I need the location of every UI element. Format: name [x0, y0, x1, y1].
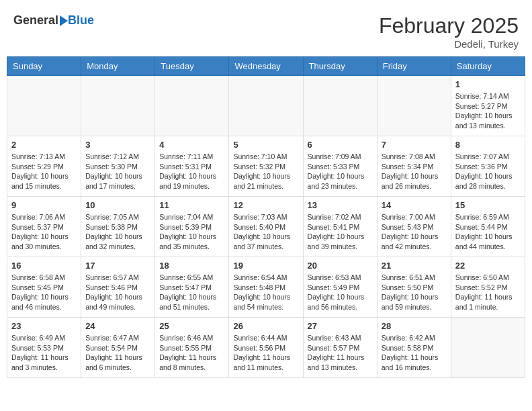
day-number: 14 — [382, 200, 447, 210]
logo-blue: Blue — [68, 13, 94, 28]
day-number: 16 — [11, 261, 77, 271]
calendar-cell — [451, 318, 525, 378]
day-info: Sunrise: 6:59 AM Sunset: 5:44 PM Dayligh… — [455, 212, 521, 252]
calendar-cell: 7Sunrise: 7:08 AM Sunset: 5:34 PM Daylig… — [377, 136, 451, 197]
day-number: 28 — [382, 321, 447, 331]
calendar-week-row: 1Sunrise: 7:14 AM Sunset: 5:27 PM Daylig… — [7, 76, 525, 136]
logo-icon — [58, 14, 68, 28]
calendar-cell: 15Sunrise: 6:59 AM Sunset: 5:44 PM Dayli… — [451, 197, 525, 257]
day-number: 17 — [85, 261, 150, 271]
calendar-week-row: 9Sunrise: 7:06 AM Sunset: 5:37 PM Daylig… — [7, 197, 525, 257]
calendar-cell: 6Sunrise: 7:09 AM Sunset: 5:33 PM Daylig… — [303, 136, 377, 197]
day-info: Sunrise: 7:07 AM Sunset: 5:36 PM Dayligh… — [455, 152, 521, 191]
day-info: Sunrise: 7:08 AM Sunset: 5:34 PM Dayligh… — [382, 152, 447, 191]
day-info: Sunrise: 7:06 AM Sunset: 5:37 PM Dayligh… — [11, 212, 77, 252]
calendar-table: SundayMondayTuesdayWednesdayThursdayFrid… — [7, 56, 525, 378]
logo: General Blue — [13, 13, 94, 28]
day-info: Sunrise: 7:13 AM Sunset: 5:29 PM Dayligh… — [11, 152, 77, 191]
calendar-cell: 11Sunrise: 7:04 AM Sunset: 5:39 PM Dayli… — [155, 197, 229, 257]
calendar-cell: 14Sunrise: 7:00 AM Sunset: 5:43 PM Dayli… — [377, 197, 451, 257]
day-number: 6 — [308, 140, 373, 150]
day-number: 10 — [85, 200, 150, 210]
day-number: 12 — [233, 200, 298, 210]
day-of-week-header: Tuesday — [155, 57, 229, 76]
day-number: 4 — [159, 140, 224, 150]
day-number: 8 — [455, 140, 521, 150]
day-info: Sunrise: 7:00 AM Sunset: 5:43 PM Dayligh… — [382, 212, 447, 252]
calendar-cell: 16Sunrise: 6:58 AM Sunset: 5:45 PM Dayli… — [7, 257, 81, 318]
calendar-cell: 20Sunrise: 6:53 AM Sunset: 5:49 PM Dayli… — [303, 257, 377, 318]
day-info: Sunrise: 7:12 AM Sunset: 5:30 PM Dayligh… — [85, 152, 150, 191]
calendar-cell: 3Sunrise: 7:12 AM Sunset: 5:30 PM Daylig… — [81, 136, 155, 197]
day-info: Sunrise: 6:46 AM Sunset: 5:55 PM Dayligh… — [159, 333, 224, 373]
day-info: Sunrise: 6:49 AM Sunset: 5:53 PM Dayligh… — [11, 333, 77, 373]
calendar-week-row: 16Sunrise: 6:58 AM Sunset: 5:45 PM Dayli… — [7, 257, 525, 318]
calendar-cell — [155, 76, 229, 136]
day-number: 25 — [159, 321, 224, 331]
calendar-cell: 28Sunrise: 6:42 AM Sunset: 5:58 PM Dayli… — [377, 318, 451, 378]
calendar-cell: 5Sunrise: 7:10 AM Sunset: 5:32 PM Daylig… — [229, 136, 303, 197]
day-info: Sunrise: 7:09 AM Sunset: 5:33 PM Dayligh… — [308, 152, 373, 191]
logo-general: General — [13, 13, 58, 28]
svg-marker-0 — [60, 15, 68, 26]
calendar-cell — [303, 76, 377, 136]
calendar-cell: 1Sunrise: 7:14 AM Sunset: 5:27 PM Daylig… — [451, 76, 525, 136]
calendar-cell: 9Sunrise: 7:06 AM Sunset: 5:37 PM Daylig… — [7, 197, 81, 257]
day-number: 1 — [455, 79, 521, 89]
day-number: 7 — [382, 140, 447, 150]
day-of-week-header: Sunday — [7, 57, 81, 76]
day-info: Sunrise: 6:57 AM Sunset: 5:46 PM Dayligh… — [85, 273, 150, 312]
day-of-week-header: Thursday — [303, 57, 377, 76]
day-number: 19 — [233, 261, 298, 271]
day-info: Sunrise: 6:53 AM Sunset: 5:49 PM Dayligh… — [308, 273, 373, 312]
calendar-cell: 19Sunrise: 6:54 AM Sunset: 5:48 PM Dayli… — [229, 257, 303, 318]
day-number: 11 — [159, 200, 224, 210]
day-number: 23 — [11, 321, 77, 331]
day-info: Sunrise: 7:02 AM Sunset: 5:41 PM Dayligh… — [308, 212, 373, 252]
calendar-cell: 24Sunrise: 6:47 AM Sunset: 5:54 PM Dayli… — [81, 318, 155, 378]
day-info: Sunrise: 7:05 AM Sunset: 5:38 PM Dayligh… — [85, 212, 150, 252]
day-info: Sunrise: 6:55 AM Sunset: 5:47 PM Dayligh… — [159, 273, 224, 312]
day-info: Sunrise: 6:44 AM Sunset: 5:56 PM Dayligh… — [233, 333, 298, 373]
calendar-cell: 8Sunrise: 7:07 AM Sunset: 5:36 PM Daylig… — [451, 136, 525, 197]
day-info: Sunrise: 6:43 AM Sunset: 5:57 PM Dayligh… — [308, 333, 373, 373]
calendar-cell: 10Sunrise: 7:05 AM Sunset: 5:38 PM Dayli… — [81, 197, 155, 257]
calendar-cell: 18Sunrise: 6:55 AM Sunset: 5:47 PM Dayli… — [155, 257, 229, 318]
calendar-week-row: 23Sunrise: 6:49 AM Sunset: 5:53 PM Dayli… — [7, 318, 525, 378]
day-info: Sunrise: 6:54 AM Sunset: 5:48 PM Dayligh… — [233, 273, 298, 312]
calendar-cell: 17Sunrise: 6:57 AM Sunset: 5:46 PM Dayli… — [81, 257, 155, 318]
calendar-cell — [7, 76, 81, 136]
calendar-cell: 23Sunrise: 6:49 AM Sunset: 5:53 PM Dayli… — [7, 318, 81, 378]
day-info: Sunrise: 7:04 AM Sunset: 5:39 PM Dayligh… — [159, 212, 224, 252]
day-of-week-header: Saturday — [451, 57, 525, 76]
day-info: Sunrise: 6:47 AM Sunset: 5:54 PM Dayligh… — [85, 333, 150, 373]
day-info: Sunrise: 6:51 AM Sunset: 5:50 PM Dayligh… — [382, 273, 447, 312]
calendar-cell: 27Sunrise: 6:43 AM Sunset: 5:57 PM Dayli… — [303, 318, 377, 378]
day-number: 5 — [233, 140, 298, 150]
calendar-cell: 2Sunrise: 7:13 AM Sunset: 5:29 PM Daylig… — [7, 136, 81, 197]
calendar-week-row: 2Sunrise: 7:13 AM Sunset: 5:29 PM Daylig… — [7, 136, 525, 197]
day-number: 22 — [455, 261, 521, 271]
month-title: February 2025 — [379, 13, 519, 38]
calendar-cell: 13Sunrise: 7:02 AM Sunset: 5:41 PM Dayli… — [303, 197, 377, 257]
day-of-week-header: Monday — [81, 57, 155, 76]
page-header: General Blue February 2025 Dedeli, Turke… — [7, 7, 525, 53]
day-info: Sunrise: 6:50 AM Sunset: 5:52 PM Dayligh… — [455, 273, 521, 312]
calendar-cell: 21Sunrise: 6:51 AM Sunset: 5:50 PM Dayli… — [377, 257, 451, 318]
day-of-week-header: Wednesday — [229, 57, 303, 76]
day-number: 20 — [308, 261, 373, 271]
day-number: 13 — [308, 200, 373, 210]
day-of-week-header: Friday — [377, 57, 451, 76]
calendar-cell — [229, 76, 303, 136]
day-info: Sunrise: 7:03 AM Sunset: 5:40 PM Dayligh… — [233, 212, 298, 252]
calendar-cell — [81, 76, 155, 136]
calendar-cell — [377, 76, 451, 136]
calendar-header-row: SundayMondayTuesdayWednesdayThursdayFrid… — [7, 57, 525, 76]
day-number: 24 — [85, 321, 150, 331]
day-number: 2 — [11, 140, 77, 150]
day-number: 26 — [233, 321, 298, 331]
day-info: Sunrise: 7:11 AM Sunset: 5:31 PM Dayligh… — [159, 152, 224, 191]
day-number: 21 — [382, 261, 447, 271]
day-info: Sunrise: 6:58 AM Sunset: 5:45 PM Dayligh… — [11, 273, 77, 312]
calendar-cell: 12Sunrise: 7:03 AM Sunset: 5:40 PM Dayli… — [229, 197, 303, 257]
